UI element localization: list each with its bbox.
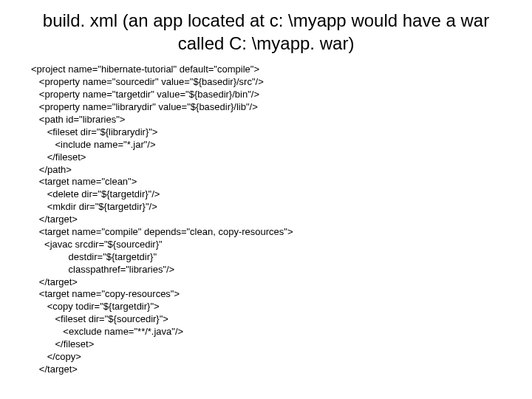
slide-title: build. xml (an app located at c: \myapp …: [0, 0, 532, 61]
code-content: <project name="hibernate-tutorial" defau…: [0, 61, 532, 375]
